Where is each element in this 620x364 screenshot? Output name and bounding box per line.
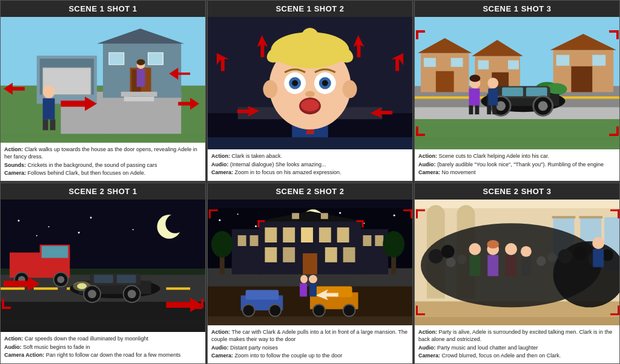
svg-rect-8	[148, 53, 163, 65]
svg-rect-173	[238, 235, 246, 246]
svg-rect-144	[193, 307, 202, 309]
svg-rect-201	[361, 220, 363, 227]
svg-point-153	[363, 223, 364, 224]
svg-rect-186	[246, 290, 279, 300]
cell-s2s1-caption: Action: Car speeds down the road illumin…	[1, 332, 205, 363]
svg-point-236	[547, 253, 557, 262]
svg-point-49	[301, 99, 319, 111]
svg-point-188	[269, 304, 281, 316]
svg-point-139	[128, 290, 136, 298]
svg-point-86	[538, 101, 548, 111]
svg-point-39	[263, 80, 277, 99]
svg-point-16	[137, 59, 145, 65]
svg-rect-197	[411, 209, 412, 218]
svg-rect-97	[416, 30, 418, 39]
svg-point-112	[78, 232, 80, 233]
cell-s1s1: SCENE 1 SHOT 1	[0, 0, 206, 181]
svg-rect-124	[42, 246, 68, 258]
svg-point-217	[573, 247, 587, 260]
cell-s1s2-image	[208, 17, 412, 149]
cell-s1s3-caption: Action: Scene cuts to Clark helping Adel…	[415, 149, 619, 181]
svg-point-38	[300, 28, 320, 52]
caption-audio: Audio: Soft music begins to fade in	[4, 343, 202, 351]
svg-rect-232	[521, 257, 531, 276]
svg-rect-64	[424, 58, 436, 67]
svg-point-208	[457, 205, 475, 223]
svg-rect-19	[43, 119, 48, 130]
svg-point-231	[521, 246, 532, 257]
svg-rect-213	[579, 216, 602, 218]
svg-rect-120	[166, 287, 190, 290]
caption-action: Action: Clark walks up towards the house…	[4, 146, 202, 161]
svg-rect-159	[292, 213, 299, 219]
svg-rect-70	[508, 60, 519, 70]
svg-rect-143	[2, 299, 4, 308]
svg-point-137	[88, 290, 96, 298]
svg-point-221	[441, 245, 455, 258]
svg-point-106	[165, 214, 185, 233]
svg-point-233	[446, 258, 456, 267]
svg-rect-63	[436, 71, 454, 93]
svg-point-207	[427, 205, 445, 223]
svg-rect-192	[300, 284, 307, 297]
svg-rect-65	[451, 58, 463, 67]
cell-s1s3: SCENE 1 SHOT 3	[414, 0, 620, 181]
svg-point-108	[48, 226, 50, 227]
svg-point-235	[536, 256, 546, 266]
svg-rect-195	[209, 209, 211, 218]
svg-rect-163	[301, 227, 313, 242]
svg-rect-73	[571, 67, 592, 93]
cell-s1s1-caption: Action: Clark walks up towards the house…	[1, 143, 205, 181]
svg-point-111	[36, 235, 38, 236]
svg-rect-190	[309, 284, 317, 297]
svg-point-150	[255, 226, 257, 227]
svg-point-17	[43, 85, 55, 99]
caption-camera: Camera: Follows behind Clark, but then f…	[4, 169, 202, 177]
svg-point-184	[343, 304, 355, 316]
svg-point-183	[313, 304, 325, 316]
svg-rect-165	[337, 227, 349, 242]
caption-camera: Camera Action: Pan right to follow car d…	[4, 351, 202, 359]
caption-camera: Camera: Zoom in to focus on his amazed e…	[211, 169, 409, 177]
svg-rect-115	[1, 287, 25, 290]
caption-action: Action: Scene cuts to Clark helping Adel…	[418, 152, 616, 160]
svg-rect-132	[94, 275, 113, 283]
svg-point-46	[322, 80, 328, 86]
svg-point-189	[309, 275, 317, 284]
svg-rect-176	[375, 235, 383, 246]
svg-point-220	[429, 249, 443, 264]
svg-rect-242	[416, 305, 418, 314]
cell-s2s2-caption: Action: The car with Clark & Adele pulls…	[208, 325, 412, 363]
cell-s2s2-header: SCENE 2 SHOT 2	[208, 183, 412, 200]
svg-rect-69	[478, 60, 489, 70]
cell-s1s1-header: SCENE 1 SHOT 1	[1, 1, 205, 17]
cell-s1s2-header: SCENE 1 SHOT 2	[208, 1, 412, 17]
svg-rect-160	[321, 213, 328, 219]
svg-rect-223	[593, 249, 604, 267]
svg-rect-133	[117, 275, 136, 283]
cell-s1s3-header: SCENE 1 SHOT 3	[415, 1, 619, 17]
svg-rect-15	[137, 69, 145, 87]
svg-rect-60	[415, 119, 619, 137]
svg-rect-13	[124, 97, 154, 102]
svg-rect-82	[526, 87, 547, 96]
storyboard-grid: SCENE 1 SHOT 1	[0, 0, 620, 364]
cell-s2s3-image	[415, 200, 619, 325]
svg-rect-169	[343, 247, 355, 262]
svg-point-148	[219, 219, 220, 221]
svg-rect-226	[487, 255, 498, 276]
svg-point-178	[211, 231, 233, 258]
caption-camera: Camera: Crowd blurred, focus on Adele an…	[418, 352, 616, 360]
svg-rect-172	[358, 229, 389, 275]
cell-s2s1: SCENE 2 SHOT 1	[0, 183, 206, 364]
svg-rect-170	[303, 253, 317, 275]
caption-action: Action: Party is alive, Adele is surroun…	[418, 328, 616, 343]
svg-rect-89	[487, 105, 491, 114]
caption-audio: Audio: (Internal dialogue) She looks ama…	[211, 161, 409, 169]
svg-point-187	[243, 304, 255, 316]
svg-point-45	[292, 80, 298, 86]
svg-rect-168	[325, 247, 337, 262]
svg-rect-81	[502, 87, 523, 96]
caption-audio: Audio: Distant party noises	[211, 344, 409, 352]
svg-point-128	[57, 276, 64, 283]
